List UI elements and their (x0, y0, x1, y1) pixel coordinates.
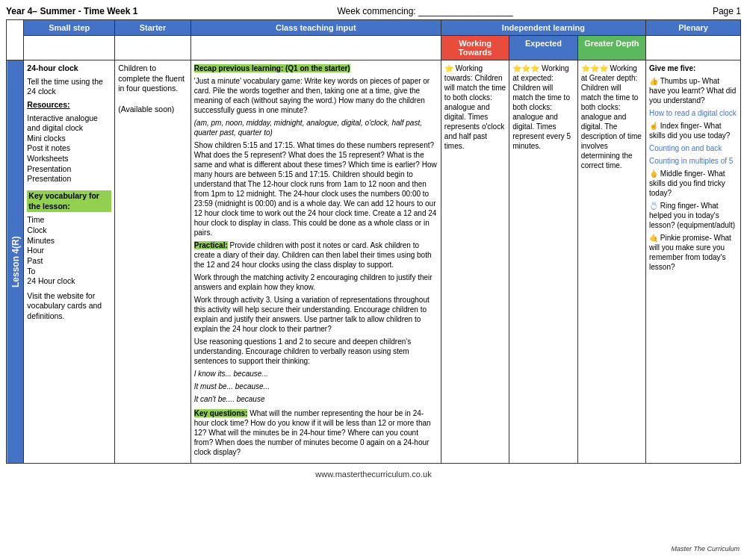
week-commencing: Week commencing: ___________________ (337, 6, 512, 16)
stem1: I know its... because... (194, 370, 268, 378)
starter-sub-spacer (115, 36, 191, 60)
teaching-para2: Show children 5:15 and 17:15. What times… (194, 140, 438, 237)
teaching-header: Class teaching input (190, 20, 441, 36)
plenary-pinkie: 🤙 Pinkie promise- What will you make sur… (649, 233, 737, 272)
starter-text: Children to complete the fluent in four … (118, 63, 187, 114)
exp-stars: ⭐⭐⭐ (512, 64, 539, 72)
plenary-link2: Counting on and back (649, 144, 722, 152)
expected-header: Expected (509, 36, 577, 60)
teaching-para4: Work through the matching activity 2 enc… (194, 273, 438, 292)
working-towards-cell: ⭐ Working towards: Children will match t… (441, 60, 509, 464)
ss-title: 24-hour clock (27, 63, 78, 72)
teaching-cell: Recap previous learning: (Q1 on the star… (190, 60, 441, 464)
plenary-index: ☝ Index finger- What skills did you use … (649, 121, 737, 140)
gd-stars: ⭐⭐⭐ (581, 64, 608, 72)
teaching-para5: Work through activity 3. Using a variati… (194, 295, 438, 334)
lesson-label-text: Lesson 4(R) (10, 236, 20, 287)
key-vocab-label: Key vocabulary for the lesson: (27, 190, 111, 212)
wt-text: Working towards: Children will match the… (444, 64, 506, 150)
plenary-link3: Counting in multiples of 5 (649, 157, 733, 165)
plenary-cell: Give me five: 👍 Thumbs up- What have you… (646, 60, 741, 464)
teaching-para1: 'Just a minute' vocabulary game: Write k… (194, 76, 438, 115)
footer: www.masterthecurriculum.co.uk (6, 470, 741, 479)
resources-list: Interactive analogue and digital clock M… (27, 113, 111, 184)
vocab-list: Time Clock Minutes Hour Past To 24 Hour … (27, 215, 111, 286)
resources-label: Resources: (27, 100, 69, 109)
plenary-sub-spacer (646, 36, 741, 60)
main-table: Small step Starter Class teaching input … (6, 19, 741, 464)
page-header: Year 4– Summer - Time Week 1 Week commen… (6, 6, 741, 16)
plenary-middle: 🖕 Middle finger- What skills did you fin… (649, 169, 737, 198)
practical-label: Practical: (194, 241, 228, 249)
footer-url: www.masterthecurriculum.co.uk (315, 470, 431, 479)
gd-text: Working at Greater depth: Children will … (581, 64, 642, 169)
website-note: Visit the website for vocabulary cards a… (27, 291, 111, 322)
exp-text: Working at expected: Children will match… (512, 64, 571, 150)
plenary-ring: 💍 Ring finger- What helped you in today'… (649, 201, 737, 230)
plenary-thumb: 👍 Thumbs up- What have you learnt? What … (649, 76, 737, 105)
teaching-para6: Use reasoning questions 1 and 2 to secur… (194, 337, 438, 366)
working-towards-header: Working Towards (441, 36, 509, 60)
starter-header: Starter (115, 20, 191, 36)
ss-desc: Tell the time using the 24 clock (27, 77, 111, 97)
expected-cell: ⭐⭐⭐ Working at expected: Children will m… (509, 60, 577, 464)
lesson-label: Lesson 4(R) (7, 60, 24, 464)
small-step-header: Small step (24, 20, 115, 36)
greater-depth-header: Greater Depth (577, 36, 645, 60)
plenary-intro: Give me five: (649, 64, 695, 72)
independent-header: Independent learning (441, 20, 645, 36)
wt-star: ⭐ (444, 64, 453, 72)
page-title: Year 4– Summer - Time Week 1 (6, 6, 137, 16)
page-wrapper: Year 4– Summer - Time Week 1 Week commen… (0, 0, 747, 560)
teaching-para1-italic: (am, pm, noon, midday, midnight, analogu… (194, 119, 422, 137)
footer-logo: Master The Curriculum (671, 545, 740, 553)
greater-depth-cell: ⭐⭐⭐ Working at Greater depth: Children w… (577, 60, 645, 464)
plenary-link1: How to read a digital clock (649, 109, 737, 117)
key-q-label: Key questions: (194, 409, 248, 417)
stem3: It can't be.... because (194, 395, 265, 403)
small-step-cell: 24-hour clock Tell the time using the 24… (24, 60, 115, 464)
small-step-sub-spacer (24, 36, 115, 60)
stem2: It must be... because... (194, 382, 270, 391)
starter-cell: Children to complete the fluent in four … (115, 60, 191, 464)
lesson-col-spacer (7, 20, 24, 36)
teaching-sub-spacer (190, 36, 441, 60)
sub-spacer (7, 36, 24, 60)
plenary-header: Plenary (646, 20, 741, 36)
page-number: Page 1 (713, 6, 741, 16)
teaching-para3: Provide children with post it notes or c… (194, 241, 432, 269)
recap-label: Recap previous learning: (Q1 on the star… (194, 64, 350, 72)
